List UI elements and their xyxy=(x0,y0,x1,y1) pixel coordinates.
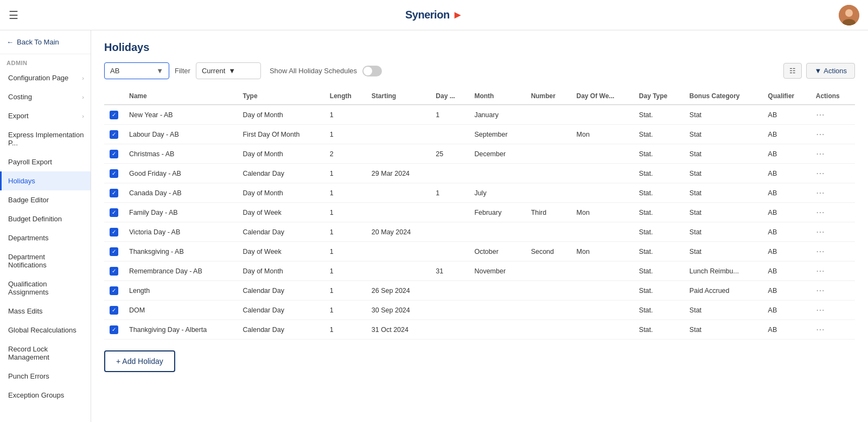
row-actions-dots-4[interactable]: ⋯ xyxy=(816,188,825,197)
sidebar-item-exception-groups[interactable]: Exception Groups xyxy=(0,386,91,405)
row-actions-dots-11[interactable]: ⋯ xyxy=(816,325,825,334)
sidebar-item-label: Express Implementation P... xyxy=(8,131,84,147)
row-actions-10[interactable]: ⋯ xyxy=(810,300,855,320)
row-actions-dots-10[interactable]: ⋯ xyxy=(816,305,825,315)
row-checkbox-8[interactable]: ✓ xyxy=(110,267,118,276)
row-checkbox-1[interactable]: ✓ xyxy=(110,130,118,139)
sidebar-item-department-notifications[interactable]: Department Notifications xyxy=(0,247,91,274)
month-cell-11 xyxy=(469,320,525,340)
grid-view-button[interactable]: ☷ xyxy=(783,63,802,79)
row-checkbox-5[interactable]: ✓ xyxy=(110,208,118,217)
sidebar-item-holidays[interactable]: Holidays xyxy=(0,171,91,190)
day_type-cell-4: Stat. xyxy=(634,183,684,203)
actions-button[interactable]: ▼ Actions xyxy=(806,63,855,79)
checkbox-cell-9[interactable]: ✓ xyxy=(104,281,124,300)
row-checkbox-3[interactable]: ✓ xyxy=(110,169,118,178)
number-cell-0 xyxy=(526,105,571,125)
row-actions-dots-8[interactable]: ⋯ xyxy=(816,266,825,276)
checkbox-cell-7[interactable]: ✓ xyxy=(104,242,124,261)
checkbox-cell-10[interactable]: ✓ xyxy=(104,300,124,320)
sidebar-item-costing[interactable]: Costing› xyxy=(0,87,91,106)
sidebar-item-express-implementation[interactable]: Express Implementation P... xyxy=(0,125,91,152)
checkbox-cell-8[interactable]: ✓ xyxy=(104,261,124,281)
number-cell-8 xyxy=(526,261,571,281)
qualifier-cell-2: AB xyxy=(763,144,810,164)
sidebar-item-punch-errors[interactable]: Punch Errors xyxy=(0,367,91,386)
row-checkbox-0[interactable]: ✓ xyxy=(110,111,118,119)
checkbox-cell-1[interactable]: ✓ xyxy=(104,125,124,144)
row-actions-dots-3[interactable]: ⋯ xyxy=(816,169,825,178)
row-actions-11[interactable]: ⋯ xyxy=(810,320,855,340)
col-header-10: Bonus Category xyxy=(684,88,763,105)
row-actions-6[interactable]: ⋯ xyxy=(810,222,855,242)
sidebar-item-badge-editor[interactable]: Badge Editor xyxy=(0,190,91,209)
add-holiday-button[interactable]: + Add Holiday xyxy=(104,350,175,372)
sidebar-item-budget-definition[interactable]: Budget Definition xyxy=(0,209,91,228)
number-cell-1 xyxy=(526,125,571,144)
row-checkbox-6[interactable]: ✓ xyxy=(110,228,118,236)
checkbox-cell-6[interactable]: ✓ xyxy=(104,222,124,242)
row-actions-dots-2[interactable]: ⋯ xyxy=(816,149,825,158)
chevron-icon: › xyxy=(82,94,84,100)
row-actions-3[interactable]: ⋯ xyxy=(810,164,855,183)
row-actions-1[interactable]: ⋯ xyxy=(810,125,855,144)
filter-dropdown[interactable]: Current ▼ xyxy=(196,62,261,79)
table-row: ✓Family Day - ABDay of Week1FebruaryThir… xyxy=(104,203,855,222)
sidebar-item-export[interactable]: Export› xyxy=(0,106,91,125)
type-cell-0: Day of Month xyxy=(237,105,324,125)
row-checkbox-7[interactable]: ✓ xyxy=(110,247,118,256)
bonus_category-cell-2: Stat xyxy=(684,144,763,164)
sidebar-item-qualification-assignments[interactable]: Qualification Assignments xyxy=(0,274,91,302)
day_of_week-cell-0 xyxy=(571,105,634,125)
row-actions-dots-9[interactable]: ⋯ xyxy=(816,286,825,295)
day_of_week-cell-8 xyxy=(571,261,634,281)
row-checkbox-4[interactable]: ✓ xyxy=(110,189,118,197)
day_type-cell-5: Stat. xyxy=(634,203,684,222)
checkbox-cell-0[interactable]: ✓ xyxy=(104,105,124,125)
qualifier-cell-1: AB xyxy=(763,125,810,144)
checkbox-cell-2[interactable]: ✓ xyxy=(104,144,124,164)
back-to-main[interactable]: ← Back To Main xyxy=(0,30,91,54)
name-cell-4: Canada Day - AB xyxy=(124,183,237,203)
sidebar-item-label: Punch Errors xyxy=(8,372,49,380)
row-actions-4[interactable]: ⋯ xyxy=(810,183,855,203)
row-checkbox-10[interactable]: ✓ xyxy=(110,306,118,315)
row-actions-dots-1[interactable]: ⋯ xyxy=(816,130,825,139)
sidebar-item-payroll-export[interactable]: Payroll Export xyxy=(0,152,91,171)
filter-dropdown-arrow: ▼ xyxy=(228,67,235,75)
day_type-cell-11: Stat. xyxy=(634,320,684,340)
row-actions-9[interactable]: ⋯ xyxy=(810,281,855,300)
checkbox-cell-5[interactable]: ✓ xyxy=(104,203,124,222)
row-actions-dots-7[interactable]: ⋯ xyxy=(816,247,825,256)
row-actions-dots-6[interactable]: ⋯ xyxy=(816,227,825,236)
day-cell-0: 1 xyxy=(430,105,469,125)
row-actions-7[interactable]: ⋯ xyxy=(810,242,855,261)
menu-icon[interactable]: ☰ xyxy=(9,9,18,22)
day_type-cell-6: Stat. xyxy=(634,222,684,242)
row-actions-dots-5[interactable]: ⋯ xyxy=(816,208,825,217)
row-actions-5[interactable]: ⋯ xyxy=(810,203,855,222)
row-actions-dots-0[interactable]: ⋯ xyxy=(816,110,825,119)
sidebar-item-configuration-page[interactable]: Configuration Page› xyxy=(0,68,91,87)
sidebar-item-departments[interactable]: Departments xyxy=(0,228,91,247)
row-checkbox-2[interactable]: ✓ xyxy=(110,150,118,158)
sidebar-item-record-lock-management[interactable]: Record Lock Management xyxy=(0,340,91,367)
month-cell-3 xyxy=(469,164,525,183)
day_type-cell-1: Stat. xyxy=(634,125,684,144)
row-actions-0[interactable]: ⋯ xyxy=(810,105,855,125)
sidebar-item-label: Global Recalculations xyxy=(8,326,76,334)
checkbox-cell-11[interactable]: ✓ xyxy=(104,320,124,340)
show-all-toggle[interactable] xyxy=(362,66,382,76)
qualifier-dropdown[interactable]: AB ▼ xyxy=(104,62,169,79)
day-cell-2: 25 xyxy=(430,144,469,164)
checkbox-cell-4[interactable]: ✓ xyxy=(104,183,124,203)
checkbox-cell-3[interactable]: ✓ xyxy=(104,164,124,183)
avatar[interactable] xyxy=(839,5,859,25)
sidebar-item-global-recalculations[interactable]: Global Recalculations xyxy=(0,321,91,340)
row-actions-2[interactable]: ⋯ xyxy=(810,144,855,164)
sidebar-item-mass-edits[interactable]: Mass Edits xyxy=(0,302,91,321)
row-actions-8[interactable]: ⋯ xyxy=(810,261,855,281)
bonus_category-cell-4: Stat xyxy=(684,183,763,203)
row-checkbox-9[interactable]: ✓ xyxy=(110,286,118,295)
row-checkbox-11[interactable]: ✓ xyxy=(110,325,118,334)
